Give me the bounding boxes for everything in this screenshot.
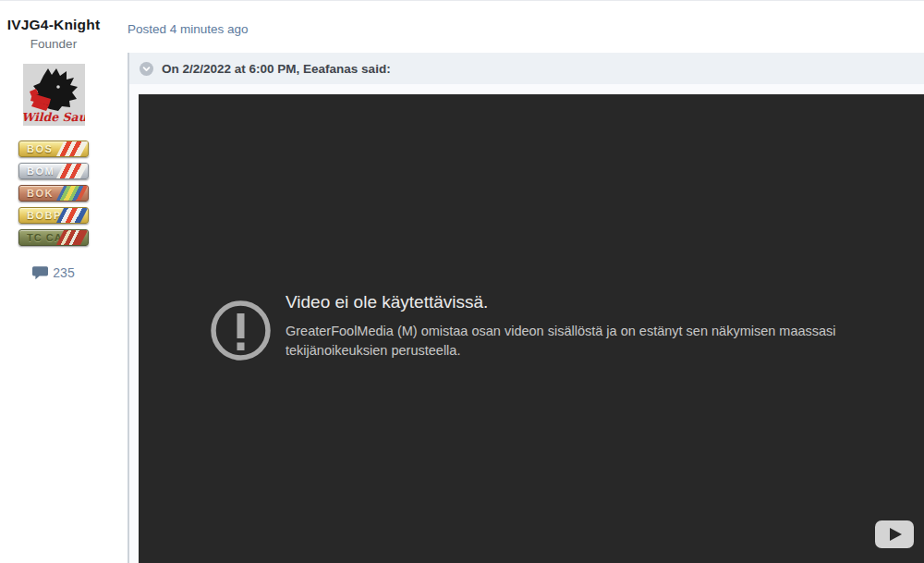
badge-bobp: BOBP: [18, 207, 89, 224]
posted-time-link[interactable]: Posted 4 minutes ago: [128, 22, 249, 36]
post-content: Posted 4 minutes ago On 2/2/2022 at 6:00…: [128, 1, 924, 563]
video-error-message: Video ei ole käytettävissä. GreaterFoolM…: [210, 300, 851, 361]
badge-label: BOS: [27, 143, 53, 154]
quote-collapse-chevron-icon[interactable]: [140, 62, 153, 76]
author-username[interactable]: IVJG4-Knight: [7, 17, 101, 33]
quote-block: On 2/2/2022 at 6:00 PM, Eeafanas said: V…: [128, 53, 924, 563]
badge-bom: BOM: [18, 163, 89, 179]
badge-label: BOBP: [27, 210, 62, 221]
badge-bok: BOK: [18, 185, 89, 202]
badge-label: BOM: [27, 165, 55, 177]
badge-ribbon-stripes: [55, 185, 89, 202]
author-pane: IVJG4-Knight Founder "Wilde Sau" BOS BOM: [0, 1, 107, 563]
video-error-title: Video ei ole käytettävissä.: [286, 292, 851, 312]
badge-tc-cap: TC CAP: [18, 229, 89, 246]
video-error-texts: Video ei ole käytettävissä. GreaterFoolM…: [286, 292, 851, 361]
author-comment-count[interactable]: 235: [32, 265, 74, 280]
badge-ribbon-stripes: [55, 141, 89, 157]
forum-post: IVJG4-Knight Founder "Wilde Sau" BOS BOM: [0, 0, 924, 563]
video-player-embed[interactable]: Video ei ole käytettävissä. GreaterFoolM…: [139, 94, 924, 563]
exclamation-circle-icon: [210, 300, 272, 361]
badge-ribbon-stripes: [55, 163, 89, 179]
video-error-body: GreaterFoolMedia (M) omistaa osan videon…: [286, 322, 851, 361]
author-role: Founder: [30, 37, 77, 51]
youtube-watermark-icon[interactable]: [875, 520, 914, 548]
quote-citation-bar: On 2/2/2022 at 6:00 PM, Eeafanas said:: [129, 53, 924, 84]
author-avatar[interactable]: "Wilde Sau": [23, 64, 85, 126]
play-triangle-icon: [890, 528, 902, 541]
quote-citation-text: On 2/2/2022 at 6:00 PM, Eeafanas said:: [162, 62, 391, 76]
avatar-caption-text: "Wilde Sau": [23, 110, 85, 124]
award-badges: BOS BOM BOK BOBP TC CAP: [18, 141, 89, 246]
badge-bos: BOS: [18, 141, 89, 157]
comment-bubble-icon: [32, 265, 48, 280]
badge-label: BOK: [27, 188, 54, 199]
boar-emblem-image: "Wilde Sau": [23, 64, 85, 126]
comment-count-value: 235: [53, 265, 74, 280]
